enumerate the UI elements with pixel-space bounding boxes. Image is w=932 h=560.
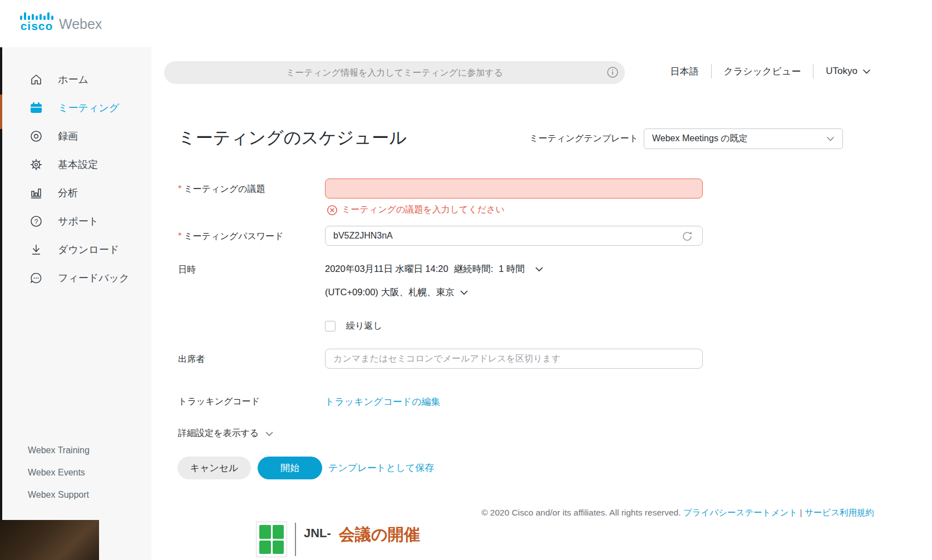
save-as-template-link[interactable]: テンプレートとして保存 — [328, 462, 434, 474]
sidebar-item-label: フィードバック — [58, 271, 130, 285]
advanced-toggle-label: 詳細設定を表示する — [178, 428, 259, 439]
fragment-text-dark: JNL- — [304, 526, 331, 541]
background-window-thumbnail — [0, 520, 99, 560]
required-asterisk: * — [178, 231, 181, 241]
page-title: ミーティングのスケジュール — [178, 126, 407, 150]
join-meeting-search-input[interactable] — [164, 61, 625, 84]
datetime-value: 2020年03月11日 水曜日 14:20 — [325, 263, 448, 275]
app-header: cisco Webex — [0, 0, 932, 47]
support-icon: ? — [29, 214, 43, 229]
attendees-input[interactable] — [325, 349, 703, 369]
user-name: UTokyo — [826, 66, 857, 77]
error-icon — [327, 205, 338, 216]
chevron-down-icon — [460, 290, 469, 295]
svg-text:?: ? — [34, 217, 38, 225]
cisco-logo-icon: cisco — [20, 8, 53, 32]
footer-separator: | — [797, 508, 805, 517]
meeting-password-input[interactable] — [325, 226, 703, 246]
background-window-fragment: JNL- 会議の開催 — [256, 522, 590, 560]
cisco-wordmark: cisco — [21, 21, 53, 32]
user-menu[interactable]: UTokyo — [826, 66, 871, 77]
regenerate-password-icon[interactable] — [681, 230, 693, 242]
fragment-divider — [295, 523, 296, 556]
preferences-icon — [29, 157, 43, 172]
sidebar: ホーム ミーティング 録画 基本設定 — [2, 47, 151, 560]
duration-label: 継続時間: — [454, 263, 494, 275]
copyright-text: © 2020 Cisco and/or its affiliates. All … — [481, 508, 683, 517]
sidebar-item-recordings[interactable]: 録画 — [2, 122, 151, 150]
recurrence-label: 繰り返し — [346, 320, 382, 332]
chevron-down-icon — [826, 136, 835, 141]
recordings-icon — [29, 129, 43, 143]
sidebar-item-label: 録画 — [58, 130, 78, 143]
tracking-code-label: トラッキングコード — [178, 396, 260, 408]
nav-divider — [711, 64, 712, 78]
sidebar-item-label: サポート — [58, 215, 98, 228]
meetings-icon — [29, 101, 43, 115]
timezone-value: (UTC+09:00) 大阪、札幌、東京 — [325, 286, 454, 299]
edit-tracking-code-link[interactable]: トラッキングコードの編集 — [325, 395, 441, 408]
timezone-selector[interactable]: (UTC+09:00) 大阪、札幌、東京 — [325, 286, 469, 299]
home-icon — [29, 72, 43, 87]
duration-value: 1 時間 — [499, 263, 525, 275]
topic-error-message: ミーティングの議題を入力してください — [327, 204, 505, 216]
analytics-icon — [29, 186, 43, 200]
sidebar-footer-links: Webex Training Webex Events Webex Suppor… — [28, 433, 90, 500]
main-content: 日本語 クラシックビュー UTokyo ミーティングのスケジュール ミーティング… — [151, 47, 932, 560]
cisco-bars-icon — [20, 8, 53, 20]
meeting-topic-label: *ミーティングの議題 — [178, 184, 265, 195]
downloads-icon — [29, 242, 43, 257]
meeting-template-select[interactable]: Webex Meetings の既定 — [644, 128, 843, 149]
sidebar-item-analytics[interactable]: 分析 — [2, 179, 151, 207]
recurrence-checkbox[interactable] — [325, 321, 336, 331]
top-nav: 日本語 クラシックビュー UTokyo — [670, 64, 871, 78]
sidebar-item-feedback[interactable]: フィードバック — [2, 264, 151, 292]
webex-scheduler-page: cisco Webex ホーム ミーティング — [0, 0, 932, 560]
background-window-edge-accent — [0, 95, 2, 129]
sidebar-item-label: ミーティング — [58, 101, 119, 115]
webex-events-link[interactable]: Webex Events — [28, 468, 90, 478]
attendees-label: 出席者 — [178, 354, 205, 365]
sidebar-item-label: ホーム — [58, 73, 88, 86]
language-button[interactable]: 日本語 — [670, 65, 699, 78]
chevron-down-icon — [862, 69, 871, 74]
meeting-template-label: ミーティングテンプレート — [527, 133, 638, 145]
webex-support-link[interactable]: Webex Support — [28, 490, 90, 500]
cisco-webex-logo: cisco Webex — [20, 8, 102, 32]
terms-of-service-link[interactable]: サービス利用規約 — [805, 508, 874, 517]
sidebar-item-support[interactable]: ? サポート — [2, 207, 151, 235]
chevron-down-icon — [265, 431, 274, 437]
datetime-selector[interactable]: 2020年03月11日 水曜日 14:20 継続時間: 1 時間 — [325, 263, 544, 275]
webex-wordmark: Webex — [59, 17, 102, 32]
privacy-statement-link[interactable]: プライバシーステートメント — [683, 508, 798, 517]
sidebar-item-meetings[interactable]: ミーティング — [2, 93, 151, 122]
cancel-button[interactable]: キャンセル — [177, 457, 251, 479]
error-text: ミーティングの議題を入力してください — [342, 204, 505, 216]
fragment-text-orange: 会議の開催 — [339, 524, 420, 546]
feedback-icon — [29, 271, 43, 285]
sidebar-item-label: 分析 — [58, 186, 78, 200]
meeting-template-value: Webex Meetings の既定 — [652, 133, 826, 145]
sidebar-item-downloads[interactable]: ダウンロード — [2, 235, 151, 264]
page-footer: © 2020 Cisco and/or its affiliates. All … — [481, 507, 874, 519]
recurrence-row: 繰り返し — [325, 320, 382, 332]
webex-training-link[interactable]: Webex Training — [28, 445, 90, 455]
chevron-down-icon — [535, 266, 544, 272]
meeting-password-label: *ミーティングパスワード — [178, 231, 284, 242]
sidebar-item-label: ダウンロード — [58, 243, 119, 256]
required-asterisk: * — [178, 184, 181, 194]
datetime-label: 日時 — [178, 264, 196, 276]
meeting-topic-input[interactable] — [325, 179, 703, 199]
sidebar-item-home[interactable]: ホーム — [2, 65, 151, 93]
sidebar-nav: ホーム ミーティング 録画 基本設定 — [2, 47, 151, 292]
sidebar-item-preferences[interactable]: 基本設定 — [2, 150, 151, 179]
info-icon[interactable] — [606, 66, 619, 78]
nav-divider — [813, 64, 813, 78]
sidebar-item-label: 基本設定 — [58, 158, 98, 171]
classic-view-button[interactable]: クラシックビュー — [724, 65, 801, 78]
spreadsheet-icon — [256, 522, 287, 557]
start-button[interactable]: 開始 — [258, 457, 322, 479]
show-advanced-settings-toggle[interactable]: 詳細設定を表示する — [178, 428, 274, 439]
